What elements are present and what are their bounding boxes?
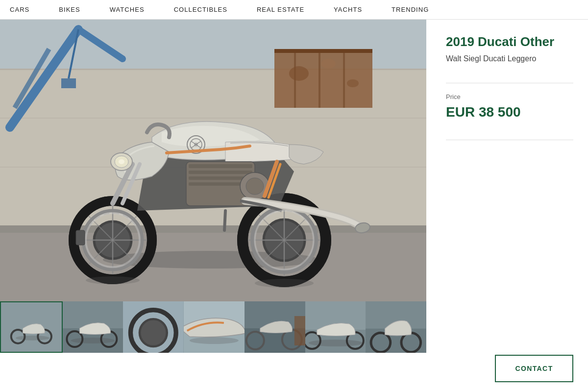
svg-point-13 (321, 59, 336, 69)
svg-point-62 (119, 159, 124, 164)
thumbnail-4[interactable] (184, 301, 245, 353)
thumbnail-5[interactable] (245, 301, 305, 353)
svg-rect-7 (274, 49, 372, 108)
svg-point-64 (86, 276, 140, 284)
svg-point-81 (190, 337, 239, 344)
svg-point-42 (194, 143, 198, 147)
price-label: Price (446, 93, 573, 100)
nav-real-estate[interactable]: REAL ESTATE (257, 6, 304, 13)
price-value: EUR 38 500 (446, 104, 573, 120)
svg-rect-57 (76, 230, 85, 245)
svg-point-89 (308, 340, 362, 346)
svg-rect-8 (274, 49, 372, 53)
scene-svg (0, 20, 426, 301)
thumbnail-6[interactable] (305, 301, 366, 353)
svg-point-12 (289, 66, 309, 81)
svg-point-49 (246, 178, 264, 195)
nav-cars[interactable]: CARS (10, 6, 29, 13)
main-content: 2019 Ducati Other Walt Siegl Ducati Legg… (0, 20, 588, 392)
thumbnail-strip (0, 301, 426, 353)
spacer (446, 155, 573, 355)
thumbnail-2[interactable] (63, 301, 123, 353)
nav-watches[interactable]: WATCHES (110, 6, 145, 13)
nav-yachts[interactable]: YACHTS (334, 6, 362, 13)
svg-rect-10 (318, 53, 320, 108)
right-panel: 2019 Ducati Other Walt Siegl Ducati Legg… (426, 20, 588, 392)
svg-point-65 (255, 279, 314, 288)
svg-rect-19 (61, 78, 76, 88)
thumbnail-7[interactable] (366, 301, 426, 353)
main-image[interactable] (0, 20, 426, 301)
listing-subtitle: Walt Siegl Ducati Leggero (446, 54, 573, 63)
nav-bikes[interactable]: BIKES (59, 6, 80, 13)
divider-1 (446, 83, 573, 83)
svg-point-73 (71, 338, 115, 343)
nav-collectibles[interactable]: COLLECTIBLES (174, 6, 227, 13)
thumbnail-3[interactable] (123, 301, 184, 353)
main-nav: CARS BIKES WATCHES COLLECTIBLES REAL EST… (0, 0, 588, 20)
thumbnail-1[interactable] (0, 301, 63, 353)
contact-button[interactable]: CONTACT (495, 355, 573, 382)
svg-rect-11 (343, 53, 345, 108)
nav-trending[interactable]: TRENDING (392, 6, 429, 13)
svg-point-14 (347, 79, 359, 87)
svg-point-78 (140, 319, 167, 346)
svg-rect-3 (0, 118, 426, 119)
svg-rect-44 (189, 164, 252, 168)
svg-rect-45 (189, 171, 252, 174)
svg-rect-86 (294, 316, 305, 345)
left-panel (0, 20, 426, 392)
svg-line-63 (224, 211, 225, 230)
listing-title: 2019 Ducati Other (446, 34, 573, 49)
divider-2 (446, 140, 573, 140)
svg-rect-70 (1, 302, 62, 352)
